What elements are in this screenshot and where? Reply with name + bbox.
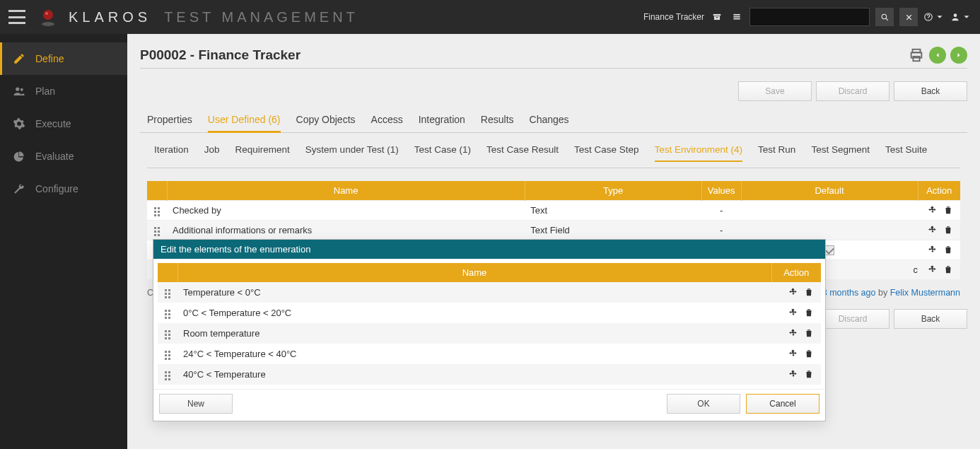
drag-handle-icon[interactable] (147, 204, 167, 220)
move-icon[interactable] (787, 327, 800, 339)
search-input[interactable] (749, 8, 870, 26)
move-icon[interactable] (926, 223, 939, 236)
tabs: Properties User Defined (6) Copy Objects… (140, 108, 967, 133)
col-header-name: Name (177, 263, 771, 282)
cell-values: - (701, 221, 741, 240)
move-icon[interactable] (926, 243, 939, 256)
svg-rect-4 (714, 16, 720, 20)
delete-icon[interactable] (942, 243, 955, 256)
list-item: 0°C < Temperature < 20°C (158, 303, 821, 323)
tab-changes[interactable]: Changes (530, 108, 569, 132)
sidebar-item-execute[interactable]: Execute (0, 107, 127, 140)
checkbox-checked-icon[interactable] (824, 245, 834, 255)
back-button[interactable]: Back (894, 81, 967, 101)
move-icon[interactable] (787, 347, 800, 360)
topbar-right: Finance Tracker (643, 8, 972, 26)
move-icon[interactable] (787, 368, 800, 380)
discard-button[interactable]: Discard (816, 309, 889, 329)
col-header-default: Default (741, 181, 918, 201)
cell-values: - (701, 201, 741, 221)
tab-access[interactable]: Access (371, 108, 403, 132)
klaros-logo-icon (38, 7, 58, 27)
back-button[interactable]: Back (894, 309, 967, 329)
sidebar-item-label: Define (35, 53, 64, 64)
ok-button[interactable]: OK (667, 394, 740, 414)
save-button[interactable]: Save (738, 81, 812, 101)
delete-icon[interactable] (803, 327, 815, 339)
enum-value: Temperature < 0°C (177, 282, 771, 303)
pie-chart-icon (13, 150, 25, 163)
subtab-job[interactable]: Job (204, 140, 220, 162)
subtab-test-run[interactable]: Test Run (758, 140, 795, 162)
help-menu[interactable] (923, 10, 945, 24)
tab-copy-objects[interactable]: Copy Objects (296, 108, 356, 132)
sidebar-item-evaluate[interactable]: Evaluate (0, 140, 127, 173)
svg-point-16 (16, 87, 19, 91)
discard-button[interactable]: Discard (816, 81, 889, 101)
new-button[interactable]: New (159, 394, 233, 414)
users-icon (13, 85, 25, 98)
delete-icon[interactable] (942, 223, 955, 236)
drag-handle-icon[interactable] (158, 327, 177, 343)
col-header-type: Type (525, 181, 701, 201)
subtab-test-segment[interactable]: Test Segment (811, 140, 870, 162)
menu-toggle-icon[interactable] (8, 10, 25, 24)
delete-icon[interactable] (942, 204, 955, 216)
search-button[interactable] (875, 8, 894, 26)
move-icon[interactable] (926, 204, 939, 216)
subtab-test-suite[interactable]: Test Suite (885, 140, 927, 162)
move-icon[interactable] (787, 286, 800, 298)
subtab-tc-step[interactable]: Test Case Step (574, 140, 639, 162)
tab-user-defined[interactable]: User Defined (6) (208, 108, 281, 133)
drag-handle-icon[interactable] (147, 224, 167, 240)
nav-prev-button[interactable] (929, 47, 946, 64)
sidebar-item-configure[interactable]: Configure (0, 173, 127, 205)
meta-by-label: by (878, 288, 890, 298)
delete-icon[interactable] (803, 306, 815, 319)
archive-icon[interactable] (710, 10, 724, 24)
clear-search-button[interactable] (899, 8, 918, 26)
svg-point-15 (954, 13, 957, 17)
cancel-button[interactable]: Cancel (746, 394, 819, 414)
meta-modified-when[interactable]: 3 months ago (822, 288, 876, 298)
delete-icon[interactable] (942, 263, 955, 276)
delete-icon[interactable] (803, 368, 815, 380)
list-item: Room temperature (158, 323, 821, 344)
col-header-values: Values (701, 181, 741, 201)
drag-handle-icon[interactable] (158, 286, 177, 302)
drag-handle-icon[interactable] (158, 307, 177, 322)
subtab-iteration[interactable]: Iteration (154, 140, 189, 162)
drag-handle-icon[interactable] (158, 348, 177, 363)
sidebar-item-label: Execute (35, 118, 71, 129)
tab-results[interactable]: Results (481, 108, 514, 132)
list-item: 24°C < Temperature < 40°C (158, 344, 821, 364)
tab-properties[interactable]: Properties (147, 108, 192, 132)
chevron-down-icon (935, 12, 945, 22)
move-icon[interactable] (787, 306, 800, 319)
subtab-testcase[interactable]: Test Case (1) (414, 140, 471, 162)
nav-next-button[interactable] (950, 47, 967, 64)
enumeration-dialog: Edit the elements of the enumeration Nam… (153, 239, 826, 421)
svg-rect-5 (716, 17, 718, 18)
drag-handle-icon[interactable] (158, 368, 177, 384)
delete-icon[interactable] (803, 347, 815, 360)
subtab-test-environment[interactable]: Test Environment (4) (655, 140, 743, 162)
svg-point-0 (42, 22, 54, 26)
list-icon[interactable] (730, 10, 744, 24)
print-icon[interactable] (908, 47, 925, 64)
active-project-label: Finance Tracker (643, 12, 704, 22)
tab-integration[interactable]: Integration (419, 108, 465, 132)
meta-modified-user[interactable]: Felix Mustermann (890, 288, 960, 298)
subtab-sut[interactable]: System under Test (1) (305, 140, 399, 162)
delete-icon[interactable] (803, 286, 815, 298)
user-menu[interactable] (950, 10, 972, 24)
sidebar-item-plan[interactable]: Plan (0, 75, 127, 107)
move-icon[interactable] (926, 263, 939, 276)
sidebar-item-define[interactable]: Define (0, 42, 127, 75)
subtab-requirement[interactable]: Requirement (235, 140, 290, 162)
subtab-tc-result[interactable]: Test Case Result (486, 140, 559, 162)
cell-name: Additional informations or remarks (167, 221, 525, 240)
enum-value: Room temperature (177, 323, 771, 344)
svg-point-17 (21, 88, 23, 91)
list-item: Temperature < 0°C (158, 282, 821, 303)
